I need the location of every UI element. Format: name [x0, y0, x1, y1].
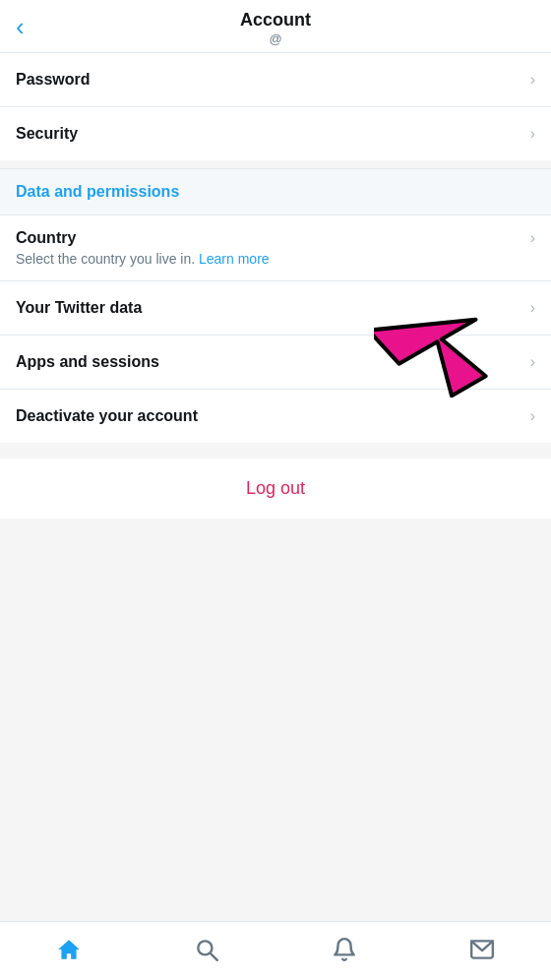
country-row[interactable]: Country › Select the country you live in…	[0, 215, 551, 281]
basic-settings-section: Password › Security ›	[0, 53, 551, 160]
data-permissions-title: Data and permissions	[16, 183, 179, 200]
page-header: ‹ Account @	[0, 0, 551, 53]
back-button[interactable]: ‹	[16, 14, 25, 39]
apps-sessions-row[interactable]: Apps and sessions ›	[0, 336, 551, 390]
header-center: Account @	[240, 10, 311, 46]
data-permissions-section: Country › Select the country you live in…	[0, 215, 551, 443]
nav-messages[interactable]	[413, 937, 551, 962]
deactivate-chevron-icon: ›	[530, 407, 535, 425]
country-label: Country	[16, 229, 76, 247]
main-content: Password › Security › Data and permissio…	[0, 53, 551, 921]
country-learn-more-link[interactable]: Learn more	[199, 251, 270, 267]
country-row-inner: Country ›	[16, 229, 535, 247]
nav-notifications[interactable]	[276, 937, 413, 962]
password-chevron-icon: ›	[530, 71, 535, 89]
logout-button[interactable]: Log out	[246, 478, 305, 499]
logout-section: Log out	[0, 459, 551, 519]
security-label: Security	[16, 125, 78, 143]
deactivate-row[interactable]: Deactivate your account ›	[0, 390, 551, 443]
password-row[interactable]: Password ›	[0, 53, 551, 107]
country-chevron-icon: ›	[530, 229, 535, 247]
svg-marker-0	[374, 281, 503, 398]
nav-home[interactable]	[0, 937, 138, 962]
home-icon	[56, 937, 82, 962]
search-icon	[194, 937, 219, 962]
mail-icon	[469, 937, 495, 962]
spacer	[0, 519, 551, 921]
bell-icon	[332, 937, 357, 962]
data-permissions-header: Data and permissions	[0, 168, 551, 215]
page-title: Account	[240, 10, 311, 31]
country-subtext-text: Select the country you live in.	[16, 251, 195, 267]
twitter-data-label: Your Twitter data	[16, 299, 142, 317]
bottom-nav	[0, 921, 551, 980]
apps-sessions-label: Apps and sessions	[16, 353, 159, 371]
svg-line-2	[211, 952, 217, 959]
password-label: Password	[16, 71, 91, 89]
account-handle: @	[269, 31, 281, 47]
arrow-annotation-icon	[374, 279, 531, 398]
nav-search[interactable]	[138, 937, 276, 962]
security-row[interactable]: Security ›	[0, 107, 551, 160]
security-chevron-icon: ›	[530, 125, 535, 143]
deactivate-label: Deactivate your account	[16, 407, 198, 425]
country-subtext: Select the country you live in. Learn mo…	[16, 251, 270, 267]
